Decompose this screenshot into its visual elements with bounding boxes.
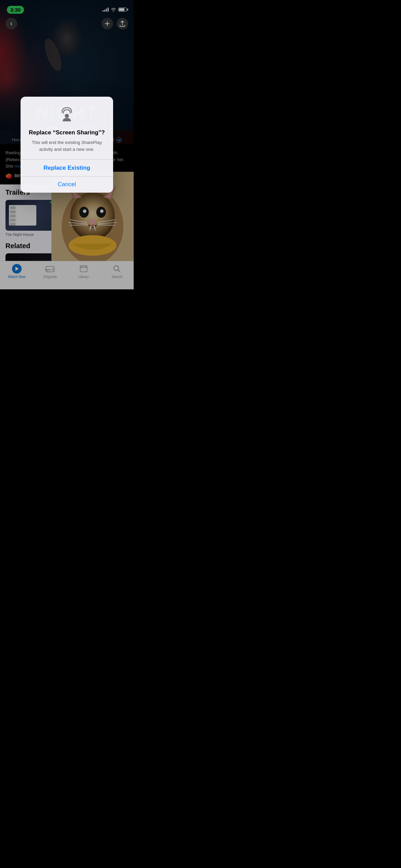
replace-existing-button[interactable]: Replace Existing xyxy=(21,160,113,176)
dialog-overlay: Replace “Screen Sharing”? This will end … xyxy=(0,0,134,289)
dialog-message: This will end the existing SharePlay act… xyxy=(27,139,106,153)
replace-screen-sharing-dialog: Replace “Screen Sharing”? This will end … xyxy=(21,97,113,193)
dialog-title: Replace “Screen Sharing”? xyxy=(27,129,106,136)
svg-point-37 xyxy=(65,114,69,118)
cancel-button[interactable]: Cancel xyxy=(21,176,113,193)
shareplay-icon xyxy=(57,105,76,124)
dialog-body: Replace “Screen Sharing”? This will end … xyxy=(21,97,113,153)
